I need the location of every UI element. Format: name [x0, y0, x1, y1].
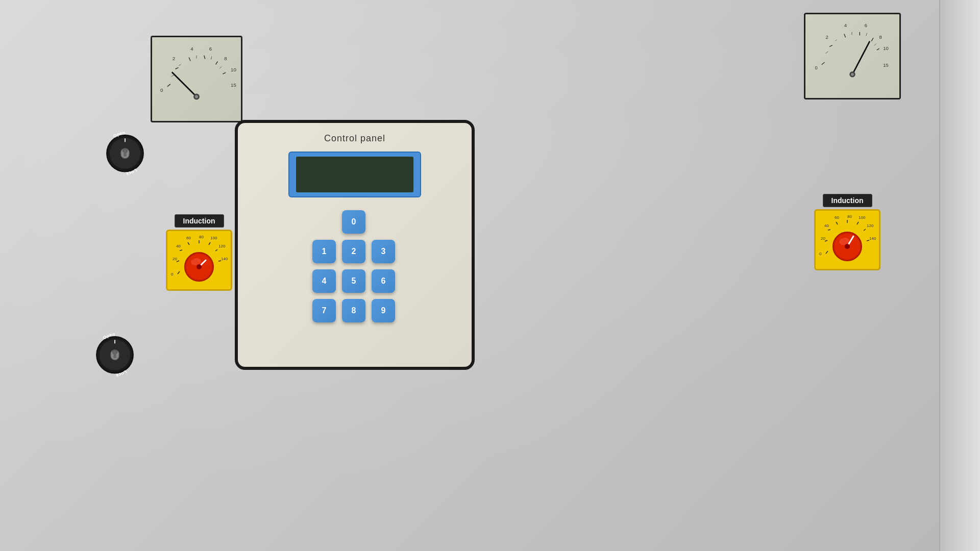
svg-line-32	[871, 38, 873, 41]
svg-line-16	[211, 57, 212, 60]
svg-text:4: 4	[844, 22, 847, 28]
svg-text:40: 40	[176, 244, 181, 248]
svg-line-38	[874, 44, 876, 46]
control-panel: Control panel 0 1 2 3 4 5 6 7 8 9	[235, 120, 475, 370]
svg-text:100: 100	[859, 215, 866, 220]
panel-background: 0 2 4 6 8 10 15 0	[0, 0, 980, 551]
svg-line-13	[172, 75, 174, 77]
key-switch-bottom[interactable]: Open Lock	[94, 337, 135, 378]
svg-line-11	[215, 61, 217, 64]
svg-line-8	[176, 67, 179, 69]
keypad-btn-8[interactable]: 8	[342, 299, 365, 322]
svg-text:80: 80	[847, 214, 852, 219]
svg-text:15: 15	[883, 62, 889, 68]
svg-text:140: 140	[869, 236, 876, 241]
svg-text:80: 80	[199, 235, 204, 239]
svg-text:6: 6	[865, 22, 867, 28]
svg-text:10: 10	[231, 67, 236, 72]
svg-line-39	[852, 42, 869, 74]
svg-text:0: 0	[171, 272, 174, 277]
svg-line-89	[828, 230, 830, 230]
svg-text:20: 20	[173, 257, 177, 261]
induction-right-dial[interactable]: 0 20 40 60 80 100 120 140	[814, 209, 880, 270]
svg-rect-56	[113, 354, 116, 358]
panel-title: Control panel	[324, 133, 385, 144]
lcd-display	[288, 152, 421, 197]
svg-line-34	[825, 52, 828, 54]
gauge-left: 0 2 4 6 8 10 15	[151, 36, 242, 122]
svg-line-7	[167, 84, 170, 87]
svg-line-90	[836, 222, 838, 224]
svg-point-78	[197, 264, 202, 269]
svg-point-99	[845, 244, 850, 249]
svg-text:4: 4	[190, 46, 193, 52]
induction-switch-left[interactable]: Induction 0 20 40 60 80 100 120 140	[166, 214, 232, 291]
svg-line-68	[180, 250, 182, 251]
svg-text:10: 10	[883, 45, 889, 51]
svg-line-33	[877, 48, 879, 50]
keypad-btn-7[interactable]: 7	[312, 299, 336, 322]
gauge-right: 0 2 4 6 8 10 15	[804, 13, 901, 99]
svg-text:40: 40	[824, 223, 829, 228]
svg-text:8: 8	[224, 56, 227, 61]
lcd-screen	[296, 157, 413, 192]
svg-line-17	[219, 66, 222, 68]
svg-line-29	[829, 45, 832, 47]
svg-line-71	[209, 242, 210, 245]
svg-point-41	[851, 73, 854, 76]
gauge-right-svg: 0 2 4 6 8 10 15	[810, 18, 895, 94]
svg-line-14	[179, 64, 181, 65]
svg-text:120: 120	[218, 244, 226, 248]
keypad-btn-3[interactable]: 3	[372, 240, 395, 263]
svg-line-35	[836, 40, 837, 41]
svg-line-30	[844, 34, 846, 38]
svg-text:8: 8	[879, 34, 882, 40]
svg-line-28	[822, 62, 825, 65]
svg-line-92	[857, 222, 859, 224]
induction-left-dial[interactable]: 0 20 40 60 80 100 120 140	[166, 230, 232, 291]
keypad-btn-9[interactable]: 9	[372, 299, 395, 322]
svg-line-93	[864, 229, 866, 231]
panel-right-edge	[939, 0, 980, 551]
svg-text:60: 60	[835, 215, 839, 220]
keypad: 0 1 2 3 4 5 6 7 8 9	[312, 210, 397, 324]
keypad-btn-4[interactable]: 4	[312, 269, 336, 293]
svg-line-72	[215, 249, 217, 251]
induction-left-label: Induction	[175, 214, 224, 228]
svg-text:0: 0	[815, 65, 817, 70]
svg-text:0: 0	[160, 87, 163, 93]
svg-text:60: 60	[186, 236, 191, 240]
svg-line-10	[204, 56, 205, 59]
svg-line-94	[867, 240, 869, 241]
svg-point-20	[195, 95, 198, 98]
svg-text:2: 2	[173, 56, 175, 61]
key-switch-top[interactable]: Open Lock	[105, 135, 145, 176]
gauge-left-svg: 0 2 4 6 8 10 15	[156, 41, 237, 117]
svg-line-69	[188, 242, 189, 245]
svg-line-66	[178, 271, 180, 274]
svg-text:120: 120	[867, 223, 874, 228]
svg-line-9	[189, 58, 190, 61]
keypad-btn-1[interactable]: 1	[312, 240, 336, 263]
svg-line-37	[866, 33, 867, 36]
keypad-btn-6[interactable]: 6	[372, 269, 395, 293]
svg-text:2: 2	[825, 34, 828, 40]
svg-text:0: 0	[819, 252, 822, 256]
svg-rect-48	[124, 152, 126, 157]
keypad-btn-2[interactable]: 2	[342, 240, 365, 263]
svg-line-87	[826, 251, 828, 254]
svg-text:140: 140	[221, 257, 228, 261]
svg-line-73	[218, 261, 221, 261]
keypad-btn-0[interactable]: 0	[342, 210, 365, 234]
svg-line-12	[223, 72, 226, 74]
svg-text:6: 6	[209, 46, 212, 52]
svg-line-18	[173, 72, 197, 96]
svg-text:100: 100	[210, 236, 217, 240]
induction-switch-right[interactable]: Induction 0 20 40 60 80 100 120 140	[814, 194, 880, 270]
keypad-btn-5[interactable]: 5	[342, 269, 365, 293]
svg-text:15: 15	[231, 82, 236, 88]
induction-right-label: Induction	[823, 194, 872, 207]
svg-text:20: 20	[821, 236, 825, 241]
